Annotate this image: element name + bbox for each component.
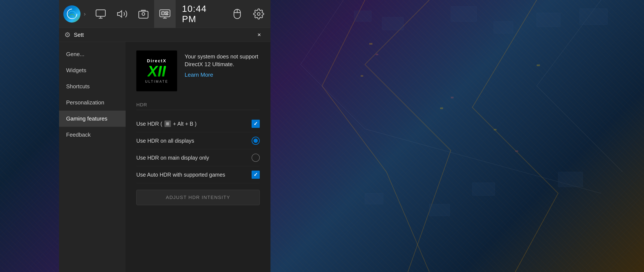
sidebar-item-widgets[interactable]: Widgets <box>59 62 126 78</box>
hdr-section-label: HDR <box>136 102 260 110</box>
edge-icon-area: › <box>63 5 86 23</box>
edge-logo[interactable] <box>63 5 80 23</box>
svg-rect-16 <box>451 97 454 98</box>
svg-rect-24 <box>165 12 168 13</box>
svg-rect-0 <box>354 11 371 22</box>
settings-toolbar-icon[interactable] <box>248 0 270 28</box>
svg-rect-18 <box>96 10 105 16</box>
svg-marker-19 <box>118 11 122 17</box>
svg-rect-6 <box>365 193 383 204</box>
svg-rect-5 <box>580 9 608 25</box>
auto-hdr-checkbox[interactable]: ✓ <box>252 171 260 179</box>
directx-logo: DirectX XII ULTIMATE <box>136 51 177 91</box>
hdr-section: HDR Use HDR ( ⊞ + Alt + B ) ✓ Use HDR on… <box>136 102 260 205</box>
directx-bottom-text: ULTIMATE <box>145 80 168 84</box>
auto-hdr-row: Use Auto HDR with supported games ✓ <box>136 166 260 183</box>
use-hdr-label: Use HDR ( ⊞ + Alt + B ) <box>136 121 197 127</box>
sidebar-item-personalization[interactable]: Personalization <box>59 95 126 111</box>
gear-title-icon: ⚙ <box>64 31 71 39</box>
capture-toolbar-icon[interactable] <box>133 0 154 28</box>
settings-window: › <box>59 0 270 272</box>
svg-rect-12 <box>440 107 443 109</box>
hdr-all-displays-row: Use HDR on all displays <box>136 132 260 149</box>
hdr-all-displays-label: Use HDR on all displays <box>136 138 194 144</box>
svg-rect-7 <box>429 204 450 216</box>
svg-rect-23 <box>162 12 164 15</box>
svg-rect-14 <box>537 65 540 66</box>
adjust-hdr-button[interactable]: ADJUST HDR INTENSITY <box>136 190 260 205</box>
title-bar: ⚙ Sett × <box>59 28 270 42</box>
display-toolbar-icon[interactable] <box>154 0 176 28</box>
sidebar-item-feedback[interactable]: Feedback <box>59 127 126 143</box>
auto-hdr-label: Use Auto HDR with supported games <box>136 172 225 178</box>
directx-roman-numeral: XII <box>148 64 166 79</box>
svg-rect-9 <box>558 172 583 187</box>
hdr-main-display-radio[interactable] <box>252 154 260 162</box>
directx-section: DirectX XII ULTIMATE Your system does no… <box>136 51 260 91</box>
svg-rect-2 <box>451 7 476 22</box>
hdr-all-displays-radio[interactable] <box>252 137 260 145</box>
svg-rect-1 <box>382 17 404 30</box>
toolbar-time: 10:44 PM <box>182 4 220 24</box>
svg-rect-4 <box>537 13 560 27</box>
directx-description: Your system does not support DirectX 12 … <box>184 53 260 68</box>
sidebar-item-general[interactable]: Gene... <box>59 46 126 62</box>
hdr-main-display-label: Use HDR on main display only <box>136 155 209 161</box>
learn-more-link[interactable]: Learn More <box>184 72 213 78</box>
close-button[interactable]: × <box>253 29 265 41</box>
svg-rect-10 <box>369 43 372 45</box>
use-hdr-checkbox[interactable]: ✓ <box>252 120 260 128</box>
directx-info: Your system does not support DirectX 12 … <box>184 51 260 78</box>
chevron-right-icon: › <box>84 11 86 18</box>
toolbar-icons: 10:44 PM <box>90 0 269 28</box>
svg-rect-25 <box>165 14 168 15</box>
sidebar-item-shortcuts[interactable]: Shortcuts <box>59 78 126 95</box>
main-content: Gene... Widgets Shortcuts Personalizatio… <box>59 42 270 272</box>
use-hdr-row: Use HDR ( ⊞ + Alt + B ) ✓ <box>136 115 260 132</box>
sidebar: Gene... Widgets Shortcuts Personalizatio… <box>59 42 126 272</box>
volume-toolbar-icon[interactable] <box>112 0 133 28</box>
content-panel: DirectX XII ULTIMATE Your system does no… <box>126 42 270 272</box>
directx-top-text: DirectX <box>147 59 166 63</box>
sidebar-item-gaming[interactable]: Gaming features <box>59 111 126 127</box>
window-title: Sett <box>74 32 84 38</box>
svg-rect-15 <box>376 54 378 55</box>
windows-key-icon: ⊞ <box>164 121 171 127</box>
toolbar: › <box>59 0 270 28</box>
monitor-toolbar-icon[interactable] <box>90 0 112 28</box>
svg-point-27 <box>257 13 260 15</box>
svg-rect-8 <box>472 183 495 195</box>
svg-rect-13 <box>494 129 496 130</box>
mouse-toolbar-icon[interactable] <box>226 0 248 28</box>
svg-rect-17 <box>515 150 518 152</box>
svg-rect-11 <box>361 75 363 77</box>
svg-point-20 <box>142 13 145 15</box>
svg-rect-3 <box>494 22 513 33</box>
hdr-main-display-row: Use HDR on main display only <box>136 149 260 166</box>
